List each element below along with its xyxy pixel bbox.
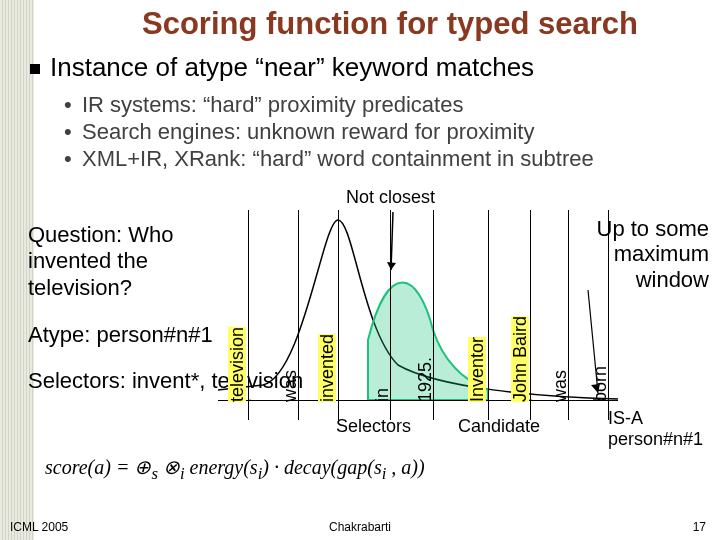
main-bullet: Instance of atype “near” keyword matches xyxy=(30,52,534,83)
footer-author: Chakrabarti xyxy=(0,520,720,534)
word-was: was xyxy=(281,370,299,402)
main-bullet-text: Instance of atype “near” keyword matches xyxy=(50,52,534,82)
word-bar xyxy=(338,210,339,420)
score-formula: score(a) = ⊕s ⊗i energy(si) · decay(gap(… xyxy=(45,455,425,484)
word-1925: 1925. xyxy=(416,357,434,402)
sub-bullet: IR systems: “hard” proximity predicates xyxy=(64,92,594,119)
slide-title: Scoring function for typed search xyxy=(80,6,700,42)
word-invented: invented xyxy=(318,334,336,402)
word-television: television xyxy=(228,327,246,402)
footer-page-number: 17 xyxy=(693,520,706,534)
word-born: born xyxy=(591,366,609,402)
formula-text: score(a) = ⊕s ⊗i energy(si) · decay(gap(… xyxy=(45,456,425,478)
word-john-baird: John Baird xyxy=(511,316,529,402)
word-was-2: was xyxy=(551,370,569,402)
selectors-caption: Selectors xyxy=(336,416,411,437)
bullet-icon xyxy=(30,64,40,74)
proximity-diagram: television was invented in 1925. Invento… xyxy=(218,210,618,420)
sub-bullet: Search engines: unknown reward for proxi… xyxy=(64,119,594,146)
isa-label: IS-A person#n#1 xyxy=(608,408,720,449)
sub-bullet: XML+IR, XRank: “hard” word containment i… xyxy=(64,146,594,173)
word-bar xyxy=(488,210,489,420)
svg-marker-1 xyxy=(387,262,396,270)
word-bar xyxy=(530,210,531,420)
atype-text: Atype: person#n#1 xyxy=(28,322,213,348)
not-closest-label: Not closest xyxy=(346,187,435,208)
word-in: in xyxy=(373,388,391,402)
word-bar xyxy=(248,210,249,420)
svg-line-0 xyxy=(391,212,393,270)
sub-bullets: IR systems: “hard” proximity predicates … xyxy=(64,92,594,172)
question-text: Question: Who invented the television? xyxy=(28,222,228,301)
word-inventor: Inventor xyxy=(468,337,486,402)
candidate-caption: Candidate xyxy=(458,416,540,437)
